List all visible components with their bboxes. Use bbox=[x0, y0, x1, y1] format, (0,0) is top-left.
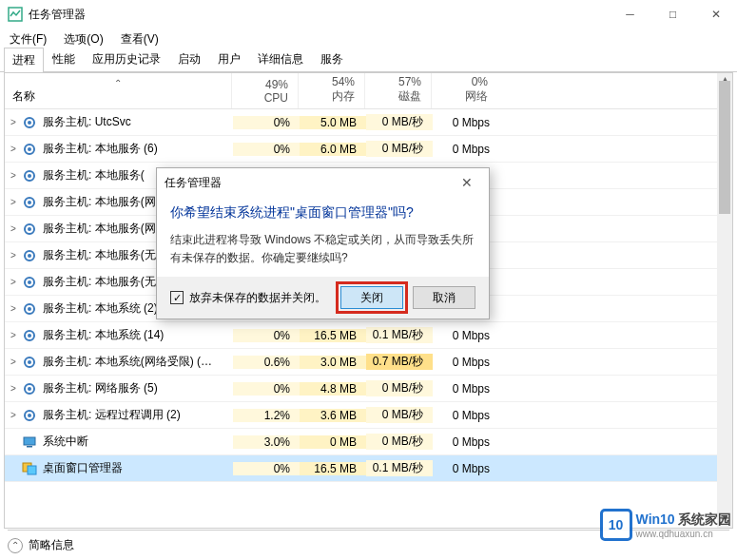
cell-cpu: 0% bbox=[233, 116, 300, 129]
svg-point-18 bbox=[28, 334, 31, 338]
process-icon bbox=[22, 115, 37, 130]
expand-icon[interactable]: > bbox=[5, 117, 22, 127]
dialog-title: 任务管理器 bbox=[165, 175, 453, 191]
cell-cpu: 0% bbox=[233, 329, 300, 342]
cell-memory: 0 MB bbox=[300, 435, 366, 449]
svg-point-10 bbox=[28, 227, 31, 231]
svg-point-2 bbox=[28, 121, 31, 125]
cell-memory: 4.8 MB bbox=[300, 382, 366, 396]
cell-disk: 0 MB/秒 bbox=[366, 114, 433, 130]
process-icon bbox=[22, 222, 37, 237]
dialog-end-button[interactable]: 关闭 bbox=[340, 286, 403, 309]
process-icon bbox=[22, 275, 37, 290]
cell-network: 0 Mbps bbox=[433, 356, 499, 369]
cell-disk: 0.1 MB/秒 bbox=[366, 460, 433, 476]
process-row[interactable]: 系统中断3.0%0 MB0 MB/秒0 Mbps bbox=[5, 429, 732, 455]
tab-app-history[interactable]: 应用历史记录 bbox=[84, 47, 169, 71]
cell-cpu: 1.2% bbox=[233, 409, 300, 422]
cell-cpu: 0.6% bbox=[233, 356, 300, 369]
scrollbar[interactable]: ▴ ▾ bbox=[717, 73, 732, 528]
fewer-details-label[interactable]: 简略信息 bbox=[29, 537, 74, 553]
expand-icon[interactable]: > bbox=[5, 383, 22, 394]
process-name: 服务主机: 本地服务 (6) bbox=[43, 141, 233, 157]
scrollbar-thumb[interactable] bbox=[719, 81, 730, 214]
maximize-button[interactable]: □ bbox=[651, 0, 694, 29]
expand-icon[interactable]: > bbox=[5, 330, 22, 340]
process-icon bbox=[22, 195, 37, 210]
title-bar: 任务管理器 ─ □ ✕ bbox=[0, 0, 737, 29]
cell-cpu: 0% bbox=[233, 143, 300, 156]
sort-indicator-icon: ⌃ bbox=[12, 78, 223, 88]
cell-memory: 16.5 MB bbox=[300, 462, 366, 475]
process-row[interactable]: >服务主机: 远程过程调用 (2)1.2%3.6 MB0 MB/秒0 Mbps bbox=[5, 402, 732, 429]
process-name: 桌面窗口管理器 bbox=[43, 460, 233, 476]
process-name: 服务主机: 网络服务 (5) bbox=[43, 380, 233, 396]
process-icon bbox=[22, 168, 37, 183]
process-row[interactable]: >服务主机: 本地服务 (6)0%6.0 MB0 MB/秒0 Mbps bbox=[5, 136, 732, 163]
tab-services[interactable]: 服务 bbox=[312, 47, 352, 71]
expand-icon[interactable]: > bbox=[5, 410, 22, 420]
column-name[interactable]: 名称 bbox=[12, 88, 223, 105]
minimize-button[interactable]: ─ bbox=[609, 0, 651, 29]
expand-icon[interactable]: > bbox=[5, 170, 22, 181]
checkbox-label: 放弃未保存的数据并关闭。 bbox=[189, 290, 326, 306]
process-icon bbox=[22, 142, 37, 157]
cell-network: 0 Mbps bbox=[433, 409, 499, 422]
cell-cpu: 0% bbox=[233, 462, 300, 475]
dialog-close-icon[interactable]: ✕ bbox=[453, 175, 481, 190]
process-row[interactable]: >服务主机: 本地系统 (14)0%16.5 MB0.1 MB/秒0 Mbps bbox=[5, 322, 732, 349]
process-icon bbox=[22, 461, 37, 476]
tab-users[interactable]: 用户 bbox=[209, 47, 249, 71]
process-row[interactable]: >服务主机: 网络服务 (5)0%4.8 MB0 MB/秒0 Mbps bbox=[5, 376, 732, 402]
process-name: 服务主机: 远程过程调用 (2) bbox=[43, 407, 233, 423]
cell-network: 0 Mbps bbox=[433, 382, 499, 396]
process-icon bbox=[22, 328, 37, 343]
cell-disk: 0 MB/秒 bbox=[366, 380, 433, 396]
svg-point-6 bbox=[28, 174, 31, 178]
process-name: 服务主机: 本地系统(网络受限) (… bbox=[43, 354, 233, 370]
expand-icon[interactable]: > bbox=[5, 197, 22, 207]
tab-strip: 进程 性能 应用历史记录 启动 用户 详细信息 服务 bbox=[0, 49, 737, 72]
fewer-details-icon[interactable]: ⌃ bbox=[8, 538, 23, 553]
expand-icon[interactable]: > bbox=[5, 303, 22, 314]
process-name: 系统中断 bbox=[43, 434, 233, 450]
dialog-body: 结束此进程将导致 Windows 不稳定或关闭，从而导致丢失所有未保存的数据。你… bbox=[157, 227, 489, 277]
svg-point-22 bbox=[28, 387, 31, 391]
expand-icon[interactable]: > bbox=[5, 277, 22, 287]
dialog-cancel-button[interactable]: 取消 bbox=[413, 286, 475, 309]
process-icon bbox=[22, 408, 37, 423]
process-row[interactable]: >服务主机: UtcSvc0%5.0 MB0 MB/秒0 Mbps bbox=[5, 109, 732, 136]
process-row[interactable]: 桌面窗口管理器0%16.5 MB0.1 MB/秒0 Mbps bbox=[5, 455, 732, 482]
svg-rect-26 bbox=[27, 446, 32, 448]
close-button[interactable]: ✕ bbox=[694, 0, 737, 29]
column-network[interactable]: 0%网络 bbox=[431, 73, 497, 108]
column-disk[interactable]: 57%磁盘 bbox=[364, 73, 431, 108]
expand-icon[interactable]: > bbox=[5, 144, 22, 154]
column-memory[interactable]: 54%内存 bbox=[298, 73, 364, 108]
expand-icon[interactable]: > bbox=[5, 357, 22, 367]
column-cpu[interactable]: 49%CPU bbox=[231, 73, 298, 108]
svg-point-20 bbox=[28, 360, 31, 364]
cell-disk: 0 MB/秒 bbox=[366, 407, 433, 423]
cell-disk: 0.7 MB/秒 bbox=[366, 354, 433, 370]
checkbox-icon[interactable]: ✓ bbox=[170, 291, 184, 304]
process-row[interactable]: >服务主机: 本地系统(网络受限) (…0.6%3.0 MB0.7 MB/秒0 … bbox=[5, 349, 732, 376]
cell-network: 0 Mbps bbox=[433, 329, 499, 342]
cell-disk: 0 MB/秒 bbox=[366, 141, 433, 157]
dialog-checkbox[interactable]: ✓ 放弃未保存的数据并关闭。 bbox=[170, 290, 331, 306]
cell-network: 0 Mbps bbox=[433, 116, 499, 129]
tab-startup[interactable]: 启动 bbox=[169, 47, 209, 71]
cell-memory: 3.0 MB bbox=[300, 356, 366, 369]
tab-performance[interactable]: 性能 bbox=[44, 47, 84, 71]
svg-point-8 bbox=[28, 201, 31, 204]
svg-point-4 bbox=[28, 147, 31, 151]
svg-rect-28 bbox=[28, 466, 36, 474]
process-name: 服务主机: 本地系统 (14) bbox=[43, 327, 233, 343]
expand-icon[interactable]: > bbox=[5, 250, 22, 261]
cell-cpu: 0% bbox=[233, 382, 300, 396]
column-headers: ⌃ 名称 49%CPU 54%内存 57%磁盘 0%网络 bbox=[5, 73, 732, 109]
watermark-logo-icon: 10 bbox=[600, 509, 632, 541]
expand-icon[interactable]: > bbox=[5, 223, 22, 234]
tab-processes[interactable]: 进程 bbox=[4, 48, 44, 72]
tab-details[interactable]: 详细信息 bbox=[249, 47, 312, 71]
